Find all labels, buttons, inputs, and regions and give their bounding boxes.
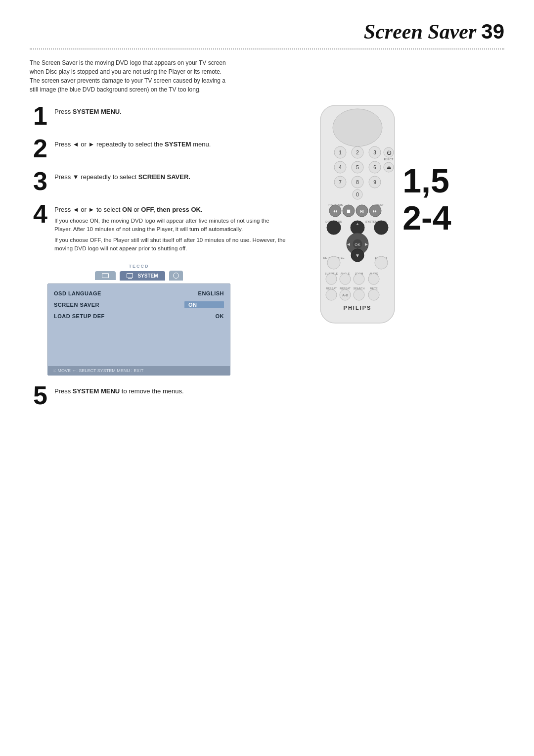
svg-text:7: 7 xyxy=(339,180,342,185)
svg-point-1 xyxy=(333,109,382,146)
menu-tab-system-label: SYSTEM xyxy=(137,273,158,279)
svg-text:⏻: ⏻ xyxy=(386,150,391,155)
menu-label-loadsetup: LOAD SETUP DEF xyxy=(54,313,216,319)
step-1-text: Press SYSTEM MENU. xyxy=(54,107,287,117)
menu-row-osd: OSD LANGUAGE ENGLISH xyxy=(48,288,230,299)
menu-tab-bar: SYSTEM xyxy=(47,271,230,281)
step-4-content: Press ◄ or ► to select ON or OFF, then p… xyxy=(54,201,287,255)
svg-text:⏏: ⏏ xyxy=(386,165,391,170)
step-1-content: Press SYSTEM MENU. xyxy=(54,103,287,119)
step-5: 5 Press SYSTEM MENU to remove the menus. xyxy=(30,382,287,408)
step-4-detail-1: If you choose ON, the moving DVD logo wi… xyxy=(54,217,287,234)
step-number-2: 2 xyxy=(30,136,47,161)
svg-text:2: 2 xyxy=(356,150,359,155)
menu-body: OSD LANGUAGE ENGLISH SCREEN SAVER ON LOA… xyxy=(47,284,230,376)
left-column: 1 Press SYSTEM MENU. 2 Press ◄ or ► repe… xyxy=(30,103,287,415)
step-1: 1 Press SYSTEM MENU. xyxy=(30,103,287,129)
svg-text:1: 1 xyxy=(339,150,342,155)
step-5-content: Press SYSTEM MENU to remove the menus. xyxy=(54,382,287,398)
step-5-text: Press SYSTEM MENU to remove the menus. xyxy=(54,386,287,396)
svg-text:4: 4 xyxy=(339,165,342,170)
svg-text:⏹: ⏹ xyxy=(346,208,351,214)
step-number-1: 1 xyxy=(30,103,47,129)
menu-row-screensaver: SCREEN SAVER ON xyxy=(48,299,230,311)
remote-control: 1 2 3 ⏻ EJECT 4 5 6 ⏏ 7 xyxy=(308,103,407,331)
svg-text:▼: ▼ xyxy=(355,253,360,258)
menu-label-osd: OSD LANGUAGE xyxy=(54,290,198,296)
menu-footer-text: ↕: MOVE ↔: SELECT SYSTEM MENU : EXIT xyxy=(53,368,143,373)
menu-value-screensaver: ON xyxy=(184,301,224,308)
svg-text:5: 5 xyxy=(356,165,359,170)
svg-text:6: 6 xyxy=(373,165,376,170)
svg-point-71 xyxy=(368,289,379,300)
svg-text:0: 0 xyxy=(356,192,359,197)
section-divider xyxy=(30,48,504,49)
big-number-line1: 1,5 xyxy=(402,162,451,199)
svg-text:⏯: ⏯ xyxy=(359,208,364,214)
menu-tab-tv xyxy=(95,271,116,280)
page-title: Screen Saver xyxy=(364,20,476,44)
big-numbers-overlay: 1,5 2-4 xyxy=(402,162,451,236)
menu-row-loadsetup: LOAD SETUP DEF OK xyxy=(48,311,230,322)
svg-point-61 xyxy=(368,274,379,284)
svg-text:◄: ◄ xyxy=(346,241,351,247)
step-2: 2 Press ◄ or ► repeatedly to select the … xyxy=(30,136,287,161)
step-4: 4 Press ◄ or ► to select ON or OFF, then… xyxy=(30,201,287,255)
menu-footer: ↕: MOVE ↔: SELECT SYSTEM MENU : EXIT xyxy=(48,366,230,375)
step-2-content: Press ◄ or ► repeatedly to select the SY… xyxy=(54,136,287,151)
svg-text:PHILIPS: PHILIPS xyxy=(343,305,371,311)
svg-point-70 xyxy=(354,289,364,300)
intro-text: The Screen Saver is the moving DVD logo … xyxy=(0,58,257,94)
menu-illustration: TECCD SYSTEM xyxy=(47,264,230,376)
svg-point-60 xyxy=(354,274,364,284)
right-column: 1,5 2-4 1 2 3 ⏻ EJECT xyxy=(302,103,430,415)
svg-point-59 xyxy=(340,274,351,284)
main-content: 1 Press SYSTEM MENU. 2 Press ◄ or ► repe… xyxy=(0,103,534,415)
svg-text:▲: ▲ xyxy=(356,222,359,226)
svg-text:⏮: ⏮ xyxy=(333,208,338,214)
menu-label-screensaver: SCREEN SAVER xyxy=(54,302,184,308)
menu-value-osd: ENGLISH xyxy=(198,290,224,296)
svg-text:►: ► xyxy=(364,241,369,247)
step-3: 3 Press ▼ repeatedly to select SCREEN SA… xyxy=(30,168,287,194)
svg-point-39 xyxy=(327,221,341,235)
step-number-4: 4 xyxy=(30,201,47,227)
svg-point-42 xyxy=(374,221,388,235)
menu-tab-dvd xyxy=(169,271,183,281)
svg-text:EJECT: EJECT xyxy=(384,158,393,161)
step-number-3: 3 xyxy=(30,168,47,194)
svg-point-67 xyxy=(326,289,337,300)
svg-text:⏭: ⏭ xyxy=(373,208,378,214)
menu-brand: TECCD xyxy=(47,264,230,269)
menu-tab-system: SYSTEM xyxy=(120,271,165,281)
svg-point-50 xyxy=(327,256,340,269)
step-2-text: Press ◄ or ► repeatedly to select the SY… xyxy=(54,140,287,149)
step-4-text: Press ◄ or ► to select ON or OFF, then p… xyxy=(54,205,287,215)
step-number-5: 5 xyxy=(30,382,47,408)
page-number: 39 xyxy=(481,20,504,44)
step-3-content: Press ▼ repeatedly to select SCREEN SAVE… xyxy=(54,168,287,184)
menu-value-loadsetup: OK xyxy=(216,313,224,319)
svg-point-53 xyxy=(375,256,388,269)
svg-text:3: 3 xyxy=(373,150,376,155)
svg-point-58 xyxy=(326,274,337,284)
svg-text:A-B: A-B xyxy=(342,293,348,297)
page-header: Screen Saver 39 xyxy=(0,0,534,48)
step-4-detail-2: If you choose OFF, the Player still will… xyxy=(54,236,287,253)
remote-container: 1,5 2-4 1 2 3 ⏻ EJECT xyxy=(308,103,424,331)
svg-text:OK: OK xyxy=(355,242,360,247)
step-3-text: Press ▼ repeatedly to select SCREEN SAVE… xyxy=(54,172,287,182)
big-number-line2: 2-4 xyxy=(402,199,451,236)
svg-text:9: 9 xyxy=(373,180,376,185)
svg-text:8: 8 xyxy=(356,180,359,185)
